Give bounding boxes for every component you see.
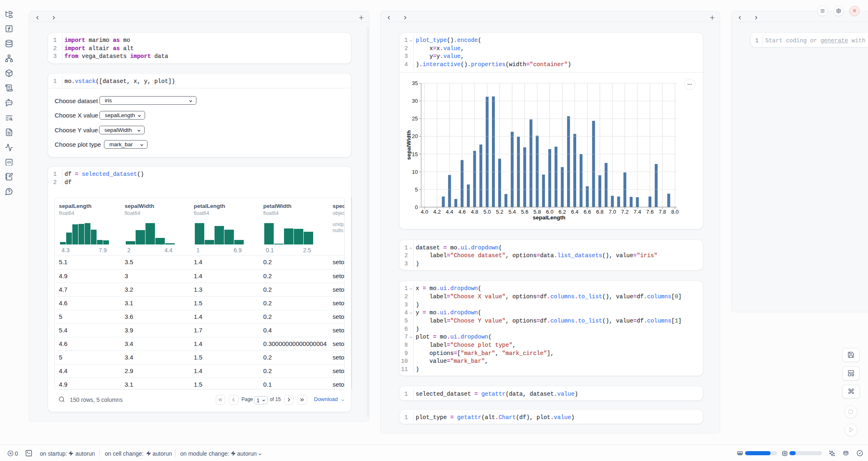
svg-text:7.4: 7.4 (633, 209, 641, 215)
svg-text:7.6: 7.6 (646, 209, 653, 215)
svg-text:10: 10 (412, 169, 418, 175)
svg-text:6.4: 6.4 (571, 209, 578, 215)
svg-text:sepalLength: sepalLength (533, 214, 566, 221)
svg-text:5.8: 5.8 (533, 209, 541, 215)
svg-text:5.2: 5.2 (496, 209, 503, 215)
svg-text:5.0: 5.0 (483, 209, 491, 215)
svg-text:6.6: 6.6 (583, 209, 591, 215)
svg-text:4.2: 4.2 (433, 209, 441, 215)
svg-text:35: 35 (412, 80, 418, 86)
svg-text:8.0: 8.0 (671, 209, 679, 215)
svg-text:4.0: 4.0 (420, 209, 428, 215)
svg-text:sepalWidth: sepalWidth (406, 130, 412, 160)
svg-text:4.4: 4.4 (446, 209, 453, 215)
svg-text:25: 25 (412, 115, 418, 122)
svg-text:20: 20 (412, 133, 418, 139)
svg-text:30: 30 (412, 98, 418, 104)
svg-text:6.8: 6.8 (596, 209, 603, 215)
svg-text:5: 5 (415, 187, 418, 193)
svg-text:7.0: 7.0 (608, 209, 616, 215)
svg-text:6.2: 6.2 (559, 209, 566, 215)
svg-text:15: 15 (412, 151, 418, 157)
svg-text:7.8: 7.8 (658, 209, 666, 215)
svg-text:5.4: 5.4 (508, 209, 516, 215)
svg-text:4.6: 4.6 (458, 209, 466, 215)
svg-text:5.6: 5.6 (521, 209, 528, 215)
svg-text:0: 0 (415, 204, 418, 210)
svg-text:4.8: 4.8 (471, 209, 478, 215)
svg-text:6.0: 6.0 (546, 209, 553, 215)
svg-text:7.2: 7.2 (621, 209, 628, 215)
